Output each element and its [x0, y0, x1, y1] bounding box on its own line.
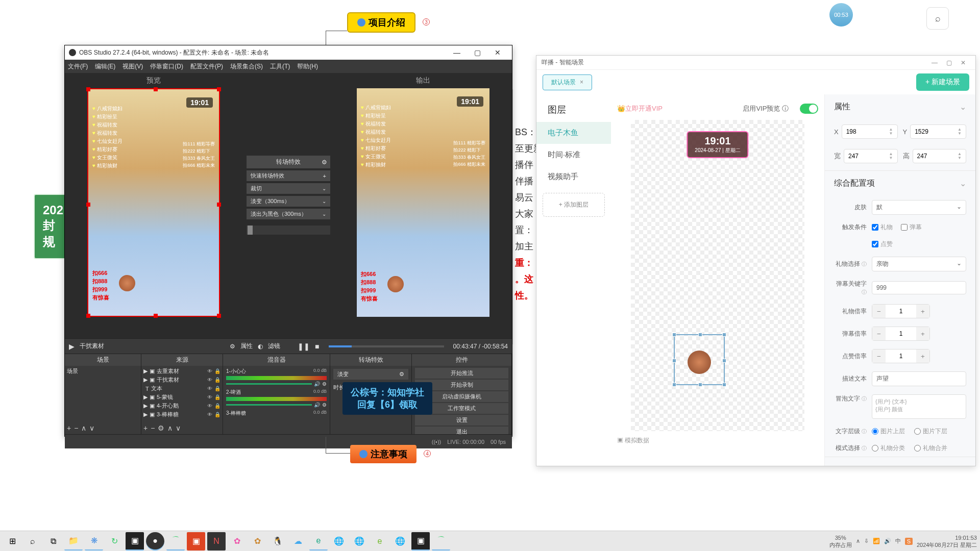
gift-select[interactable]: 亲吻⌄: [872, 257, 966, 271]
decrement-button[interactable]: −: [872, 305, 886, 318]
up-icon[interactable]: ∧: [81, 424, 86, 432]
app-icon[interactable]: ▣: [411, 532, 430, 550]
gear-icon[interactable]: ⚙: [322, 402, 327, 408]
app-icon[interactable]: ▣: [126, 532, 144, 550]
download-icon[interactable]: ⇩: [864, 538, 869, 544]
transition-slider[interactable]: [247, 226, 330, 235]
menu-tools[interactable]: 工具(T): [270, 62, 290, 71]
clock[interactable]: 19:01:532024年08月27日 星期二: [917, 534, 977, 548]
edge-icon[interactable]: e: [309, 532, 328, 550]
app-icon[interactable]: ↻: [105, 532, 124, 550]
start-button[interactable]: ⊞: [3, 532, 21, 550]
desc-input[interactable]: 声望: [872, 371, 966, 386]
app-icon[interactable]: ▣: [187, 532, 205, 550]
layer-above-radio[interactable]: 图片上层: [872, 427, 905, 436]
increment-button[interactable]: +: [916, 349, 929, 363]
bubble-textarea[interactable]: {用户} {文本} {用户} 颜值: [872, 394, 966, 419]
playback-progress[interactable]: [329, 345, 444, 347]
y-input[interactable]: 1529▲▼: [910, 124, 966, 139]
menu-help[interactable]: 帮助(H): [297, 62, 318, 71]
menu-view[interactable]: 视图(V): [122, 62, 143, 71]
transition-button[interactable]: 转场特效 ⚙: [247, 156, 330, 168]
menu-dock[interactable]: 停靠窗口(D): [150, 62, 183, 71]
layer-item-time[interactable]: 时间·标准: [536, 144, 611, 166]
gear-icon[interactable]: ⚙: [230, 343, 235, 350]
layer-item-video[interactable]: 视频助手: [536, 166, 611, 188]
add-icon[interactable]: +: [143, 424, 148, 432]
scene-tab[interactable]: 默认场景 ×: [543, 74, 592, 90]
close-button[interactable]: ✕: [487, 48, 508, 57]
remove-icon[interactable]: −: [74, 424, 78, 432]
search-taskbar-icon[interactable]: ⌕: [23, 532, 42, 550]
decrement-button[interactable]: −: [872, 349, 886, 363]
settings-button[interactable]: 设置: [415, 415, 508, 425]
app-icon[interactable]: ⌒: [166, 532, 185, 550]
app-icon[interactable]: N: [207, 532, 226, 550]
mode-merge-radio[interactable]: 礼物合并: [914, 444, 947, 453]
down-icon[interactable]: ∨: [89, 424, 94, 432]
network-icon[interactable]: 📶: [873, 538, 880, 544]
taskview-icon[interactable]: ⧉: [44, 532, 62, 550]
transition-type-dropdown[interactable]: 淡变⚙: [333, 369, 408, 380]
minimize-button[interactable]: —: [927, 59, 942, 66]
clip-dropdown[interactable]: 裁切⌄: [247, 183, 330, 194]
volume-slider[interactable]: [226, 383, 312, 385]
quick-transition-row[interactable]: 快速转场特效+: [247, 170, 330, 181]
start-stream-button[interactable]: 开始推流: [415, 368, 508, 379]
woodfish-widget[interactable]: [674, 334, 725, 385]
gear-icon[interactable]: ⚙: [158, 424, 164, 432]
height-input[interactable]: 247▲▼: [913, 149, 967, 163]
volume-icon[interactable]: 🔊: [884, 538, 891, 544]
minimize-button[interactable]: —: [447, 48, 467, 57]
like-mult-stepper[interactable]: − +: [872, 349, 930, 363]
danmu-checkbox[interactable]: 弹幕: [901, 223, 922, 232]
volume-slider[interactable]: [226, 404, 312, 406]
down-icon[interactable]: ∨: [176, 424, 181, 432]
app-icon[interactable]: ❋: [85, 532, 103, 550]
app-icon[interactable]: ✿: [248, 532, 266, 550]
width-input[interactable]: 247▲▼: [844, 149, 898, 163]
app-icon[interactable]: ☁: [289, 532, 307, 550]
memory-indicator[interactable]: 35%内存占用: [829, 534, 852, 548]
close-icon[interactable]: ×: [580, 79, 583, 86]
keyword-input[interactable]: 999: [872, 281, 966, 294]
maximize-button[interactable]: ▢: [942, 59, 956, 66]
scene-item[interactable]: 场景: [66, 367, 140, 375]
add-icon[interactable]: +: [67, 424, 71, 432]
skin-select[interactable]: 默⌄: [872, 200, 966, 215]
mode-split-radio[interactable]: 礼物分类: [872, 444, 905, 453]
gift-mult-stepper[interactable]: − +: [872, 304, 930, 318]
vip-link[interactable]: 立即开通VIP: [617, 104, 663, 113]
x-input[interactable]: 198▲▼: [842, 124, 898, 139]
config-header[interactable]: 综合配置项⌄: [825, 171, 975, 196]
close-button[interactable]: ✕: [956, 59, 970, 66]
filter-button[interactable]: 滤镜: [268, 342, 280, 350]
add-layer-button[interactable]: + 添加图层: [543, 193, 605, 217]
ime-icon-2[interactable]: S: [905, 538, 913, 545]
speaker-icon[interactable]: 🔊: [314, 402, 320, 408]
time-widget[interactable]: 19:01 2024-08-27 | 星期二: [687, 131, 748, 158]
gear-icon[interactable]: ⚙: [322, 159, 327, 166]
decrement-button[interactable]: −: [872, 327, 886, 340]
remove-icon[interactable]: −: [151, 424, 155, 432]
props-button[interactable]: 属性: [240, 342, 253, 350]
pause-icon[interactable]: ❚❚: [298, 342, 310, 350]
source-item[interactable]: ▶▣3-棒棒糖👁🔒: [142, 410, 222, 419]
layer-below-radio[interactable]: 图片下层: [914, 427, 947, 436]
stop-icon[interactable]: ■: [315, 342, 319, 350]
source-item[interactable]: ▶▣5-蒙镜👁🔒: [142, 393, 222, 402]
scene-canvas[interactable]: 19:01 2024-08-27 | 星期二: [631, 120, 804, 431]
like-checkbox[interactable]: 点赞: [872, 240, 893, 248]
app-icon[interactable]: e: [371, 532, 389, 550]
browser-icon[interactable]: 🌐: [330, 532, 348, 550]
source-item[interactable]: ▶▣干扰素材👁🔒: [142, 375, 222, 384]
fade-dropdown[interactable]: 淡变（300ms）⌄: [247, 196, 330, 207]
tray-chevron-icon[interactable]: ∧: [856, 538, 860, 544]
maximize-button[interactable]: ▢: [467, 48, 487, 57]
exit-button[interactable]: 退出: [415, 427, 508, 434]
danmu-mult-input[interactable]: [886, 330, 916, 337]
menu-file[interactable]: 文件(F): [68, 62, 88, 71]
qq-icon[interactable]: 🐧: [268, 532, 287, 550]
source-item[interactable]: ▶▣去重素材👁🔒: [142, 367, 222, 375]
play-icon[interactable]: ▶: [69, 342, 75, 350]
